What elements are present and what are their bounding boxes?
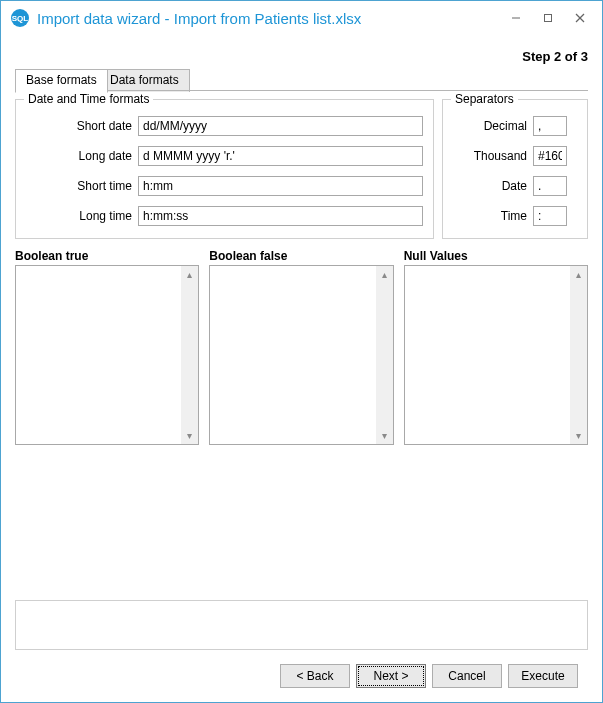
short-date-label: Short date	[26, 119, 138, 133]
cancel-button[interactable]: Cancel	[432, 664, 502, 688]
tab-base-formats[interactable]: Base formats	[15, 69, 108, 93]
value-lists-row: Boolean true ▴ ▾ Boolean false ▴	[15, 249, 588, 445]
close-button[interactable]	[566, 8, 594, 28]
scroll-down-icon[interactable]: ▾	[181, 427, 198, 444]
scroll-down-icon[interactable]: ▾	[570, 427, 587, 444]
boolean-true-scrollbar[interactable]: ▴ ▾	[181, 266, 198, 444]
short-time-input[interactable]	[138, 176, 423, 196]
log-box	[15, 600, 588, 650]
separators-group: Separators Decimal Thousand Date Time	[442, 99, 588, 239]
svg-rect-1	[545, 15, 552, 22]
long-date-label: Long date	[26, 149, 138, 163]
time-sep-input[interactable]	[533, 206, 567, 226]
step-indicator: Step 2 of 3	[1, 35, 602, 66]
long-time-label: Long time	[26, 209, 138, 223]
client-area: Base formats Data formats Date and Time …	[15, 69, 588, 642]
boolean-false-label: Boolean false	[209, 249, 393, 263]
titlebar: SQL Import data wizard - Import from Pat…	[1, 1, 602, 35]
long-time-input[interactable]	[138, 206, 423, 226]
thousand-input[interactable]	[533, 146, 567, 166]
maximize-button[interactable]	[534, 8, 562, 28]
separators-group-title: Separators	[451, 92, 518, 106]
decimal-input[interactable]	[533, 116, 567, 136]
long-date-input[interactable]	[138, 146, 423, 166]
thousand-label: Thousand	[453, 149, 533, 163]
date-sep-input[interactable]	[533, 176, 567, 196]
next-button[interactable]: Next >	[356, 664, 426, 688]
minimize-button[interactable]	[502, 8, 530, 28]
short-time-label: Short time	[26, 179, 138, 193]
null-values-label: Null Values	[404, 249, 588, 263]
boolean-false-scrollbar[interactable]: ▴ ▾	[376, 266, 393, 444]
datetime-formats-group: Date and Time formats Short date Long da…	[15, 99, 434, 239]
tabs-row: Base formats Data formats	[15, 69, 588, 91]
boolean-true-label: Boolean true	[15, 249, 199, 263]
scroll-up-icon[interactable]: ▴	[570, 266, 587, 283]
wizard-buttons: < Back Next > Cancel Execute	[280, 664, 578, 688]
window-title: Import data wizard - Import from Patient…	[37, 10, 361, 27]
boolean-false-listbox[interactable]: ▴ ▾	[209, 265, 393, 445]
null-values-listbox[interactable]: ▴ ▾	[404, 265, 588, 445]
date-sep-label: Date	[453, 179, 533, 193]
time-sep-label: Time	[453, 209, 533, 223]
null-values-scrollbar[interactable]: ▴ ▾	[570, 266, 587, 444]
scroll-up-icon[interactable]: ▴	[181, 266, 198, 283]
tab-data-formats[interactable]: Data formats	[99, 69, 190, 92]
app-logo-icon: SQL	[11, 9, 29, 27]
datetime-group-title: Date and Time formats	[24, 92, 153, 106]
back-button[interactable]: < Back	[280, 664, 350, 688]
decimal-label: Decimal	[453, 119, 533, 133]
execute-button[interactable]: Execute	[508, 664, 578, 688]
scroll-down-icon[interactable]: ▾	[376, 427, 393, 444]
scroll-up-icon[interactable]: ▴	[376, 266, 393, 283]
boolean-true-listbox[interactable]: ▴ ▾	[15, 265, 199, 445]
short-date-input[interactable]	[138, 116, 423, 136]
wizard-window: SQL Import data wizard - Import from Pat…	[0, 0, 603, 703]
